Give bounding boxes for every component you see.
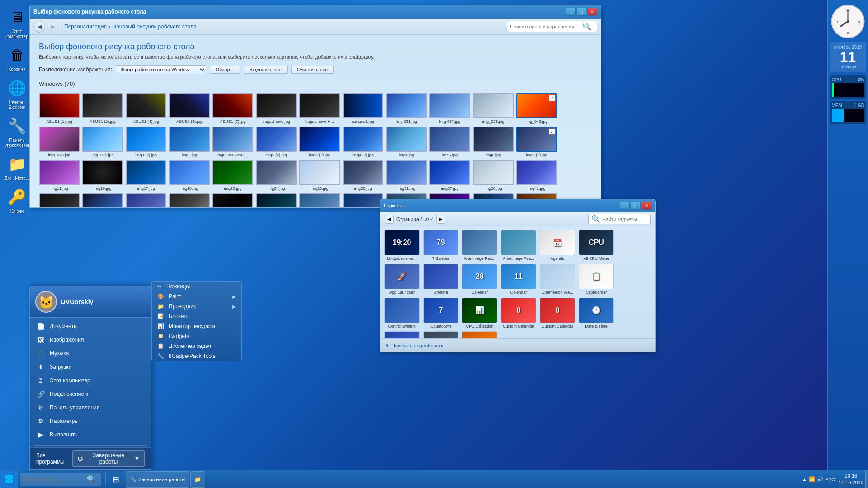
taskbar-clock[interactable]: 20:16 11.10.2019 xyxy=(839,473,863,486)
gadget-item[interactable]: Afterimage Res... xyxy=(500,230,537,261)
submenu-gadgets[interactable]: 🔲 Gadgets xyxy=(152,331,241,341)
start-menu-item-run[interactable]: ▶ Выполнить... xyxy=(30,428,151,441)
wallpaper-item[interactable]: img0 (2).jpg xyxy=(126,127,166,157)
start-button[interactable] xyxy=(0,470,18,488)
gadget-item[interactable]: Afterimage Res... xyxy=(462,230,498,261)
submenu-scissors[interactable]: ✂ Ножницы xyxy=(152,282,241,291)
wallpaper-item[interactable]: img_023.jpg xyxy=(473,93,514,124)
wallpaper-item[interactable]: img_073.jpg xyxy=(39,127,80,157)
wallpaper-item[interactable]: img4 (2).jpg xyxy=(343,127,383,157)
wallpaper-item[interactable]: img4.jpg xyxy=(386,127,427,157)
wallpaper-item[interactable]: img301.jpg xyxy=(126,193,166,207)
location-select[interactable]: Фоны рабочего стола Windows xyxy=(116,65,206,74)
submenu-paint[interactable]: 🎨 Paint ▶ xyxy=(152,291,241,301)
wallpaper-item[interactable]: img6.jpg xyxy=(473,127,514,157)
wallpaper-item[interactable]: cortana1.jpg xyxy=(343,93,383,124)
wallpaper-scroll-area[interactable]: ASUS1 (1).jpgASUS1 (2).jpgASUS1 (4).jpgA… xyxy=(39,93,592,207)
gadget-item[interactable]: 7Countdown xyxy=(423,298,459,329)
show-details-button[interactable]: ▼ Показать подробности xyxy=(385,343,443,348)
minimize-button[interactable]: ─ xyxy=(566,8,576,16)
gadget-item[interactable]: Date Time xyxy=(384,331,420,338)
desktop-icon-control-panel[interactable]: 🔧 Панель управления xyxy=(0,113,34,150)
gadget-item[interactable]: Breathe xyxy=(423,264,459,295)
wallpaper-item[interactable]: ASUS1 (1).jpg xyxy=(39,93,80,124)
wallpaper-item[interactable]: ASUS1 (4).jpg xyxy=(126,93,166,124)
gadget-item[interactable]: 🕐Date & Time xyxy=(578,298,614,329)
wallpaper-item[interactable]: img31.jpg xyxy=(386,160,427,191)
gadget-item[interactable]: 📅Agenda xyxy=(539,230,576,261)
start-menu-item-panel[interactable]: ⚙ Панель управления xyxy=(30,401,151,414)
gadgets-minimize-button[interactable]: ─ xyxy=(620,202,630,210)
wallpaper-item[interactable]: img37.jpg xyxy=(429,160,470,191)
desktop-icon-trash[interactable]: 🗑 Корзина xyxy=(0,42,34,74)
gadget-item[interactable]: 📡Desktop Feed R... xyxy=(462,331,498,338)
wallpaper-item[interactable]: ASUS1 (6).jpg xyxy=(169,93,210,124)
wallpaper-item[interactable]: bugatti-divo-H... xyxy=(299,93,340,124)
wallpaper-item[interactable]: imgx01.jpg xyxy=(169,193,210,207)
wallpaper-item[interactable]: Img 037.jpg xyxy=(429,93,470,124)
start-menu-item-downloads[interactable]: ⬇ Загрузки xyxy=(30,360,151,374)
wallpaper-item[interactable]: img11.jpg xyxy=(39,160,80,191)
page-next-button[interactable]: ▶ xyxy=(436,215,445,224)
select-all-button[interactable]: Выделить все xyxy=(244,66,288,74)
wallpaper-item[interactable]: img2 (2).jpg xyxy=(256,127,297,157)
wallpaper-item[interactable]: imgx11.png xyxy=(299,193,340,207)
task-view-button[interactable]: ⊞ xyxy=(108,471,124,488)
wallpaper-item[interactable]: img0_2560x160... xyxy=(212,127,253,157)
wallpaper-item[interactable]: img5.jpg xyxy=(429,127,470,157)
submenu-taskmgr[interactable]: 📋 Диспетчер задач xyxy=(152,341,241,351)
search-input[interactable] xyxy=(510,24,582,29)
gadget-item[interactable]: 8Custom Calendar xyxy=(500,298,537,329)
wallpaper-item[interactable]: img3 (2).jpg xyxy=(299,127,340,157)
page-prev-button[interactable]: ◀ xyxy=(385,215,394,224)
desktop-icon-keys[interactable]: 🔑 Ключи xyxy=(0,184,34,216)
wallpaper-item[interactable]: img20.jpg xyxy=(212,160,253,191)
show-desktop-button[interactable] xyxy=(865,470,868,488)
gadget-item[interactable]: 🧮Desktop Calcula... xyxy=(423,331,459,338)
shutdown-button[interactable]: ⏻ Завершение работы ▼ xyxy=(72,450,145,467)
taskbar-search-input[interactable] xyxy=(24,476,87,483)
submenu-notepad[interactable]: 📝 Блокнот xyxy=(152,311,241,321)
submenu-8gadget[interactable]: 🔧 8GadgetPack Tools xyxy=(152,351,241,361)
wallpaper-item[interactable]: ✓img_043.jpg xyxy=(516,93,557,124)
gadget-item[interactable]: 11Calendar xyxy=(500,264,537,295)
wallpaper-item[interactable]: imgx04.jpg xyxy=(256,193,297,207)
gadgets-close-button[interactable]: ✕ xyxy=(642,202,651,210)
close-button[interactable]: ✕ xyxy=(587,8,597,16)
wallpaper-item[interactable]: ASUS1 (2).jpg xyxy=(82,93,123,124)
gadgets-maximize-button[interactable]: □ xyxy=(631,202,641,210)
start-menu-item-connect[interactable]: 🔗 Подключение к xyxy=(30,387,151,401)
wallpaper-item[interactable]: ASUS1 (7).jpg xyxy=(212,93,253,124)
start-menu-item-settings[interactable]: ⚙ Параметры xyxy=(30,414,151,428)
gadget-item[interactable]: Control System xyxy=(384,298,420,329)
gadget-item[interactable]: Chameleon We... xyxy=(539,264,576,295)
desktop-icon-computer[interactable]: 🖥 Этот компьютер xyxy=(0,5,34,41)
submenu-resmon[interactable]: 📊 Монитор ресурсов xyxy=(152,321,241,331)
gadgets-search-input[interactable] xyxy=(602,216,647,222)
tray-up-arrow[interactable]: ▲ xyxy=(802,477,807,482)
wallpaper-item[interactable]: img16.jpg xyxy=(82,160,123,191)
wallpaper-item[interactable]: img38.jpg xyxy=(473,160,514,191)
gadget-item[interactable]: 7S7 Sidebar xyxy=(423,230,459,261)
wallpaper-item[interactable]: img18.jpg xyxy=(169,160,210,191)
submenu-explorer[interactable]: 📁 Проводник ▶ xyxy=(152,301,241,311)
wallpaper-item[interactable]: img0.jpg xyxy=(169,127,210,157)
wallpaper-item[interactable]: img129.jpg xyxy=(82,193,123,207)
gadget-item[interactable]: 📋Clipboarder xyxy=(578,264,614,295)
start-menu-item-images[interactable]: 🖼 Изображения xyxy=(30,333,151,347)
wallpaper-item[interactable]: img122.jpg xyxy=(39,193,80,207)
wallpaper-item[interactable]: img25.jpg xyxy=(299,160,340,191)
gadget-item[interactable]: 📊CPU Utilization xyxy=(462,298,498,329)
desktop-icon-ie[interactable]: 🌐 Internet Explorer xyxy=(0,75,34,112)
taskbar-app-cpanel[interactable]: 🔧 Завершение работы xyxy=(126,471,189,488)
desktop-icon-folder[interactable]: 📁 Дон. Мате... xyxy=(0,151,34,183)
wallpaper-item[interactable]: img17.jpg xyxy=(126,160,166,191)
wallpaper-item[interactable]: bugatti-divo.jpg xyxy=(256,93,297,124)
browse-button[interactable]: Обзор... xyxy=(210,66,240,74)
wallpaper-item[interactable]: imgx12.jpg xyxy=(343,193,383,207)
wallpaper-item[interactable]: img41.jpg xyxy=(516,160,557,191)
start-menu-item-documents[interactable]: 📄 Документы xyxy=(30,319,151,333)
gadget-item[interactable]: 19:20Цифровые ча... xyxy=(384,230,420,261)
taskbar-app-explorer[interactable]: 📁 xyxy=(190,471,205,488)
clear-button[interactable]: Очистить все xyxy=(291,66,334,74)
